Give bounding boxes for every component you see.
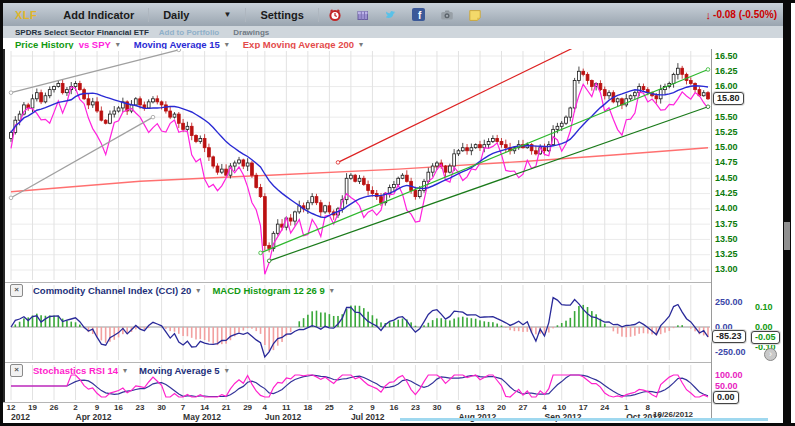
next-arrow-button[interactable]: › bbox=[764, 348, 777, 361]
cci-title[interactable]: Commodity Channel Index (CCI) 20 bbox=[33, 285, 191, 296]
price-axis-label: 14.50 bbox=[715, 173, 738, 183]
down-arrow-icon: ↓ bbox=[706, 9, 712, 21]
month-label: 2012 bbox=[11, 412, 30, 422]
date-tick: 29 bbox=[239, 403, 257, 412]
date-tick: 13 bbox=[471, 403, 489, 412]
price-axis-label: 16.50 bbox=[715, 51, 738, 61]
macd-axis-label: 0.10 bbox=[755, 302, 773, 312]
right-scrollbar-track[interactable] bbox=[783, 0, 791, 426]
chevron-down-icon[interactable]: ▾ bbox=[196, 286, 200, 295]
chart-cube-icon[interactable] bbox=[356, 8, 370, 22]
stoch-ma-title[interactable]: Moving Average 5 bbox=[139, 365, 220, 376]
plot-left-border bbox=[3, 49, 5, 402]
price-history-label[interactable]: Price History bbox=[15, 39, 74, 50]
date-tick: 2 bbox=[67, 403, 85, 412]
symbol-label[interactable]: XLF bbox=[15, 9, 37, 21]
date-tick: 27 bbox=[514, 403, 532, 412]
date-tick: 16 bbox=[385, 403, 403, 412]
price-axis-label: 15.50 bbox=[715, 112, 738, 122]
timeframe-dropdown[interactable]: Daily ▼ bbox=[163, 9, 231, 21]
date-tick: 18 bbox=[299, 403, 317, 412]
date-tick: 6 bbox=[449, 403, 467, 412]
date-tick: 12 bbox=[2, 403, 20, 412]
panel-divider bbox=[3, 362, 711, 363]
date-tick: 4 bbox=[536, 403, 554, 412]
date-tick: 30 bbox=[428, 403, 446, 412]
price-axis-label: 13.50 bbox=[715, 234, 738, 244]
price-axis-label: 14.00 bbox=[715, 203, 738, 213]
stoch-axis-label: 100.00 bbox=[715, 370, 743, 380]
chevron-down-icon[interactable]: ▾ bbox=[116, 40, 120, 49]
window-frame bbox=[0, 0, 795, 3]
settings-button[interactable]: Settings bbox=[260, 9, 303, 21]
price-axis-label: 13.00 bbox=[715, 264, 738, 274]
toolbar-divider bbox=[245, 8, 246, 22]
alarm-clock-icon[interactable] bbox=[328, 8, 342, 22]
stoch-rsi-title[interactable]: Stochastics RSI 14 bbox=[33, 365, 118, 376]
add-indicator-button[interactable]: Add Indicator bbox=[63, 9, 134, 21]
cci-value-box: -85.23 bbox=[712, 330, 746, 343]
ema200-indicator-label[interactable]: Exp Moving Average 200 bbox=[243, 39, 354, 50]
price-axis-label: 15.25 bbox=[715, 127, 738, 137]
vs-spy-label[interactable]: vs SPY bbox=[79, 39, 111, 50]
scrollbar-thumb[interactable] bbox=[784, 222, 790, 250]
chevron-down-icon[interactable]: ▾ bbox=[359, 40, 363, 49]
month-label: Jul 2012 bbox=[351, 412, 385, 422]
panel-divider bbox=[3, 282, 711, 283]
chevron-down-icon: ▼ bbox=[223, 10, 231, 19]
note-icon[interactable] bbox=[468, 8, 482, 22]
chevron-down-icon[interactable]: ▾ bbox=[330, 286, 334, 295]
last-price-box: 15.80 bbox=[713, 92, 744, 105]
camera-icon[interactable] bbox=[440, 8, 454, 22]
horizontal-scrollbar[interactable] bbox=[400, 418, 768, 421]
date-tick: 10 bbox=[553, 403, 571, 412]
window-frame bbox=[0, 0, 3, 426]
date-tick: 7 bbox=[174, 403, 192, 412]
macd-title[interactable]: MACD Histogram 12 26 9 bbox=[212, 285, 324, 296]
cci-axis-label: -250.00 bbox=[715, 347, 746, 357]
stoch-value-box: 0.00 bbox=[713, 391, 739, 404]
date-tick: 23 bbox=[406, 403, 424, 412]
stoch-panel-header: × Stochastics RSI 14 ▾ Moving Average 5 … bbox=[10, 364, 229, 377]
date-tick: 16 bbox=[110, 403, 128, 412]
cci-panel-header: × Commodity Channel Index (CCI) 20 ▾ MAC… bbox=[10, 284, 334, 297]
toolbar-divider bbox=[148, 8, 149, 22]
price-chart[interactable] bbox=[3, 49, 713, 282]
timeframe-value: Daily bbox=[163, 9, 189, 21]
chevron-down-icon[interactable]: ▾ bbox=[225, 40, 229, 49]
date-tick: 9 bbox=[363, 403, 381, 412]
price-axis-label: 13.25 bbox=[715, 249, 738, 259]
price-axis-label: 16.00 bbox=[715, 81, 738, 91]
price-axis-label: 14.75 bbox=[715, 157, 738, 167]
close-icon[interactable]: × bbox=[10, 284, 23, 297]
add-to-portfolio-link[interactable]: Add to Portfolio bbox=[159, 28, 219, 37]
cci-axis-label: 250.00 bbox=[715, 297, 743, 307]
date-tick: 30 bbox=[153, 403, 171, 412]
price-change-value: -0.08 (-0.50%) bbox=[713, 9, 777, 20]
twitter-icon[interactable] bbox=[384, 8, 398, 22]
date-tick: 26 bbox=[45, 403, 63, 412]
drawings-menu[interactable]: Drawings bbox=[233, 28, 269, 37]
month-label: Jun 2012 bbox=[265, 412, 301, 422]
top-toolbar: XLF Add Indicator Daily ▼ Settings f ↓ bbox=[3, 3, 783, 27]
toolbar-divider bbox=[318, 8, 319, 22]
month-label: May 2012 bbox=[183, 412, 221, 422]
chevron-down-icon[interactable]: ▾ bbox=[123, 366, 127, 375]
date-tick: 9 bbox=[88, 403, 106, 412]
price-axis-label: 15.00 bbox=[715, 142, 738, 152]
symbol-full-name: SPDRs Select Sector Financial ETF bbox=[15, 28, 149, 37]
date-tick: 25 bbox=[320, 403, 338, 412]
date-tick: 17 bbox=[574, 403, 592, 412]
plot-right-border bbox=[711, 49, 712, 418]
date-tick: 1 bbox=[617, 403, 635, 412]
date-tick: 14 bbox=[196, 403, 214, 412]
price-change-badge: ↓ -0.08 (-0.50%) bbox=[706, 9, 777, 21]
date-tick: 21 bbox=[217, 403, 235, 412]
chevron-down-icon[interactable]: ▾ bbox=[225, 366, 229, 375]
date-tick: 11 bbox=[277, 403, 295, 412]
date-tick: 4 bbox=[256, 403, 274, 412]
ma15-indicator-label[interactable]: Moving Average 15 bbox=[134, 39, 220, 50]
facebook-icon[interactable]: f bbox=[412, 8, 426, 22]
close-icon[interactable]: × bbox=[10, 364, 23, 377]
date-tick: 24 bbox=[596, 403, 614, 412]
